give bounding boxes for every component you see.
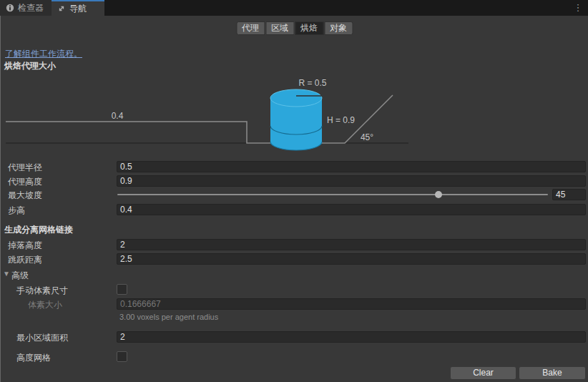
manual-voxel-size-checkbox[interactable] (117, 284, 127, 295)
mode-button-areas[interactable]: 区域 (265, 21, 294, 35)
advanced-foldout-arrow-icon[interactable]: ▼ (3, 270, 10, 278)
manual-voxel-size-label: 手动体素尺寸 (16, 285, 68, 297)
learn-workflow-link[interactable]: 了解组件工作流程。 (5, 48, 82, 60)
clear-button[interactable]: Clear (450, 366, 516, 380)
mode-button-bake[interactable]: 烘焙 (295, 21, 323, 35)
info-icon (6, 4, 14, 12)
mode-button-agents[interactable]: 代理 (236, 21, 265, 35)
max-slope-label: 最大坡度 (8, 190, 42, 202)
advanced-header-label[interactable]: 高级 (11, 270, 29, 282)
step-height-label: 0.4 (112, 111, 124, 121)
max-slope-slider-handle[interactable] (435, 191, 442, 198)
agent-radius-field[interactable]: 0.5 (117, 161, 586, 172)
max-slope-slider-track[interactable] (117, 194, 548, 195)
height-mesh-label: 高度网格 (16, 352, 51, 364)
agent-radius-label: 代理半径 (8, 162, 42, 174)
radius-value-label: R = 0.5 (298, 78, 326, 88)
height-value-label: H = 0.9 (327, 115, 355, 125)
tab-inspector-label: 检查器 (18, 2, 44, 14)
agent-height-label: 代理高度 (8, 176, 42, 188)
max-slope-value-field[interactable]: 45 (552, 189, 586, 200)
voxel-helper-text: 3.00 voxels per agent radius (119, 313, 218, 321)
voxel-size-label: 体素大小 (28, 299, 62, 311)
kebab-menu-icon[interactable]: ⋮ (572, 1, 584, 15)
agent-size-diagram: 0.4 R = 0.5 H = 0.9 45° (1, 72, 588, 156)
nav-mode-toolbar: 代理 区域 烘焙 对象 (236, 21, 353, 35)
agent-height-field[interactable]: 0.9 (117, 175, 586, 187)
tab-navigation[interactable]: 导航 (52, 0, 104, 16)
voxel-size-field: 0.1666667 (117, 298, 586, 310)
jump-distance-label: 跳跃距离 (8, 254, 42, 266)
navigation-icon (57, 4, 66, 13)
mode-button-object[interactable]: 对象 (324, 21, 353, 35)
bake-panel: 代理 区域 烘焙 对象 了解组件工作流程。 烘焙代理大小 0.4 R = 0.5 (0, 16, 588, 382)
min-region-area-field[interactable]: 2 (117, 331, 586, 343)
drop-height-label: 掉落高度 (8, 240, 42, 252)
height-mesh-checkbox[interactable] (117, 351, 127, 362)
editor-tab-bar: 检查器 导航 ⋮ (0, 0, 588, 16)
bake-button[interactable]: Bake (519, 366, 586, 380)
tab-inspector[interactable]: 检查器 (0, 0, 52, 16)
offmesh-links-header: 生成分离网格链接 (4, 224, 73, 236)
agent-cylinder (270, 89, 322, 150)
jump-distance-field[interactable]: 2.5 (117, 253, 586, 265)
baked-agent-size-header: 烘焙代理大小 (4, 60, 56, 72)
step-height-field[interactable]: 0.4 (117, 204, 586, 215)
slope-angle-label: 45° (361, 132, 373, 142)
tab-navigation-label: 导航 (69, 3, 87, 15)
drop-height-field[interactable]: 2 (117, 239, 586, 250)
step-height-field-label: 步高 (8, 205, 25, 217)
min-region-area-label: 最小区域面积 (16, 332, 68, 344)
navigation-window: 检查器 导航 ⋮ 代理 区域 烘焙 对象 了解组件工作流程。 烘焙代理大小 (0, 0, 588, 382)
